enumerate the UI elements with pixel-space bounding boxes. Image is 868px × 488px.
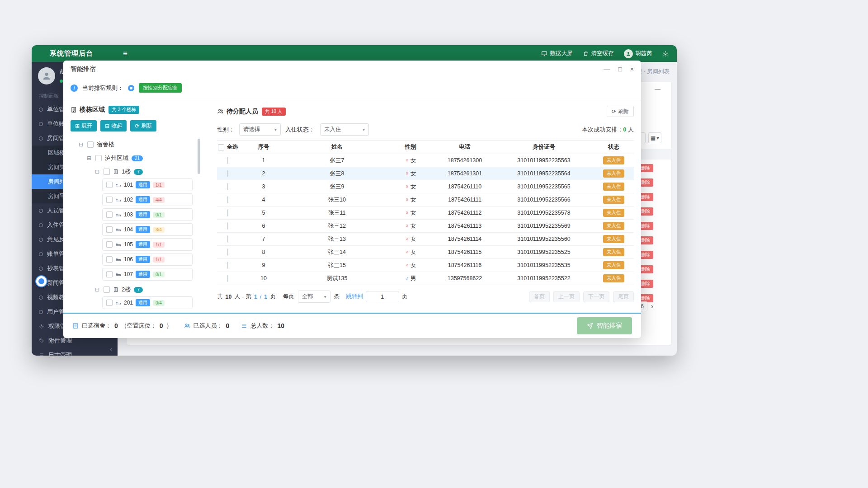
node-checkbox[interactable] (104, 169, 110, 175)
app-title: 系统管理后台 (50, 49, 93, 58)
col-header-no: 序号 (239, 141, 288, 154)
row-checkbox[interactable] (227, 275, 228, 282)
grid-view-button[interactable]: ▦▾ (648, 132, 661, 143)
room-checkbox[interactable] (106, 226, 113, 233)
table-row[interactable]: 1张三7♀女1875426130031010119952235563未入住 (217, 154, 634, 167)
room-item-102[interactable]: 102通用4/4 (102, 193, 193, 206)
people-refresh-button[interactable]: ⟳刷新 (607, 106, 634, 117)
room-checkbox[interactable] (106, 241, 113, 248)
node-toggle-icon[interactable]: ⊟ (78, 141, 84, 148)
last-page-button[interactable]: 尾页 (613, 291, 634, 302)
data-screen-button[interactable]: 数据大屏 (541, 50, 573, 57)
tree-panel-title: 楼栋区域 (71, 106, 105, 114)
menu-toggle-icon[interactable]: ≡ (123, 49, 127, 58)
floating-drag-ball[interactable] (35, 275, 47, 287)
room-item-105[interactable]: 105通用1/1 (102, 238, 193, 251)
monitor-icon (541, 51, 547, 57)
row-checkbox[interactable] (227, 262, 228, 269)
gender-select[interactable]: 请选择▾ (239, 123, 281, 136)
user-menu[interactable]: 胡茜芮 (624, 49, 653, 58)
room-item-104[interactable]: 104通用3/4 (102, 223, 193, 236)
table-row[interactable]: 3张三9♀女1875426111031010119952235565未入住 (217, 180, 634, 193)
status-badge: 未入住 (603, 196, 625, 204)
minimize-icon[interactable]: — (604, 66, 610, 73)
room-item-101[interactable]: 101通用1/1 (102, 178, 193, 191)
room-checkbox[interactable] (106, 182, 113, 188)
tree-refresh-button[interactable]: ⟳刷新 (130, 120, 156, 131)
sidebar-collapse-icon[interactable]: ‹ (110, 346, 112, 353)
female-icon: ♀ (405, 262, 409, 268)
expand-all-button[interactable]: ⊞展开 (71, 120, 97, 131)
sidebar-item-logs[interactable]: 日志管理 (32, 348, 118, 356)
male-icon: ♂ (405, 275, 409, 282)
building-tree: ⊟ 宿舍楼 ⊟ 泸州区域 21 ⊟ 1楼 (71, 138, 206, 313)
row-checkbox[interactable] (227, 170, 228, 177)
clear-cache-button[interactable]: 清空缓存 (583, 50, 614, 57)
floor-icon (113, 287, 118, 292)
tree-node-area[interactable]: ⊟ 泸州区域 21 (71, 151, 206, 165)
send-icon (587, 323, 593, 329)
node-toggle-icon[interactable]: ⊟ (86, 155, 92, 161)
prev-page-button[interactable]: 上一页 (553, 291, 580, 302)
table-row[interactable]: 10测试135♂男1359756862231010119952235522未入住 (217, 272, 634, 285)
list-icon (241, 323, 247, 329)
room-checkbox[interactable] (106, 211, 113, 218)
row-checkbox[interactable] (227, 222, 228, 230)
scrollbar-thumb[interactable] (198, 139, 200, 174)
row-checkbox[interactable] (227, 157, 228, 164)
next-page-icon[interactable]: › (651, 302, 653, 310)
online-dot (60, 80, 63, 83)
table-row[interactable]: 9张三15♀女1875426111631010119952235535未入住 (217, 259, 634, 272)
tag-icon (39, 338, 44, 343)
row-checkbox[interactable] (227, 235, 228, 243)
select-all-checkbox[interactable] (218, 144, 224, 150)
node-checkbox[interactable] (95, 155, 102, 161)
collapse-panel-icon[interactable]: — (655, 85, 660, 92)
maximize-icon[interactable]: □ (618, 66, 622, 73)
collapse-all-button[interactable]: ⊟收起 (100, 120, 127, 131)
row-checkbox[interactable] (227, 183, 228, 190)
jump-to-button[interactable]: 跳转到 (346, 293, 363, 300)
settings-button[interactable] (662, 51, 669, 57)
room-checkbox[interactable] (106, 197, 113, 203)
room-item-106[interactable]: 106通用1/1 (102, 253, 193, 266)
table-row[interactable]: 5张三11♀女1875426111231010119952235578未入住 (217, 206, 634, 220)
topbar: 系统管理后台 ≡ 数据大屏 清空缓存 胡茜芮 (32, 45, 677, 62)
occupancy-badge: 1/1 (153, 182, 165, 188)
first-page-button[interactable]: 首页 (529, 291, 550, 302)
node-checkbox[interactable] (87, 141, 94, 148)
row-checkbox[interactable] (227, 249, 228, 256)
close-icon[interactable]: × (630, 66, 634, 73)
status-badge: 未入住 (603, 261, 625, 269)
node-checkbox[interactable] (104, 286, 110, 293)
tree-node-floor2[interactable]: ⊟ 2楼 7 (71, 283, 206, 296)
female-icon: ♀ (405, 249, 409, 255)
table-row[interactable]: 6张三12♀女1875426111331010119952235569未入住 (217, 220, 634, 233)
table-row[interactable]: 2张三8♀女1875426130131010119952235564未入住 (217, 167, 634, 180)
room-item-201[interactable]: 201通用0/4 (102, 296, 193, 309)
status-badge: 未入住 (603, 209, 625, 217)
node-toggle-icon[interactable]: ⊟ (94, 286, 100, 293)
circle-icon (39, 223, 43, 227)
table-row[interactable]: 4张三10♀女1875426111131010119952235566未入住 (217, 193, 634, 206)
jump-page-input[interactable] (366, 291, 399, 302)
room-checkbox[interactable] (106, 256, 113, 263)
circle-icon (39, 209, 43, 213)
rule-radio[interactable] (128, 85, 134, 91)
room-item-107[interactable]: 107通用0/1 (102, 268, 193, 281)
row-checkbox[interactable] (227, 196, 228, 203)
room-item-103[interactable]: 103通用0/1 (102, 208, 193, 221)
smart-assign-button[interactable]: 智能排宿 (577, 317, 632, 334)
room-checkbox[interactable] (106, 271, 113, 277)
table-row[interactable]: 8张三14♀女1875426111531010119952235525未入住 (217, 246, 634, 259)
room-checkbox[interactable] (106, 300, 113, 306)
page-size-select[interactable]: 全部▾ (298, 291, 330, 303)
table-row[interactable]: 7张三13♀女1875426111431010119952235560未入住 (217, 233, 634, 246)
node-toggle-icon[interactable]: ⊟ (94, 169, 100, 175)
next-page-button[interactable]: 下一页 (583, 291, 609, 302)
tree-node-floor1[interactable]: ⊟ 1楼 7 (71, 165, 206, 178)
status-select[interactable]: 未入住▾ (320, 123, 369, 136)
row-checkbox[interactable] (227, 209, 228, 216)
tree-node-root[interactable]: ⊟ 宿舍楼 (71, 138, 206, 151)
status-badge: 未入住 (603, 274, 625, 282)
